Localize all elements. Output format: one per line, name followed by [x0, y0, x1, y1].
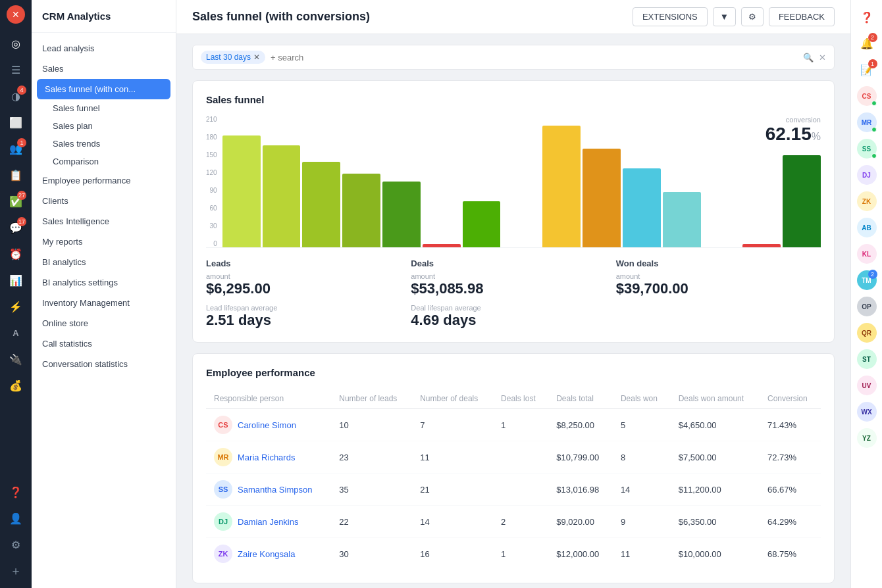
person-name-4[interactable]: Zaire Kongsala	[238, 549, 295, 559]
close-filter-icon[interactable]: ✕	[819, 53, 826, 62]
nav-icon-calendar[interactable]: ⏰	[4, 242, 28, 266]
right-panel-note[interactable]: 📝 1	[855, 58, 879, 82]
right-panel-notification[interactable]: 🔔 2	[855, 32, 879, 55]
nav-icon-add[interactable]: ＋	[4, 559, 28, 583]
person-cell-4: ZK Zaire Kongsala	[206, 538, 331, 570]
nav-icon-feed[interactable]: ◑ 4	[4, 84, 28, 108]
col-leads: Number of leads	[331, 389, 412, 409]
contacts-badge: 1	[17, 138, 26, 147]
feedback-button[interactable]: FEEDBACK	[769, 7, 835, 26]
deals-lifespan-label: Deal lifespan average	[411, 304, 615, 312]
right-avatar-14[interactable]: YZ	[855, 426, 879, 450]
right-panel-help[interactable]: ❓	[855, 5, 879, 29]
funnel-won-section: Won deals amount $39,700.00	[616, 258, 821, 329]
sidebar-item-bi-analytics-settings[interactable]: BI analytics settings	[32, 272, 176, 293]
sidebar-item-my-reports[interactable]: My reports	[32, 232, 176, 252]
nav-icon-help[interactable]: ❓	[4, 480, 28, 504]
right-avatar-12[interactable]: UV	[855, 374, 879, 397]
settings-button[interactable]: ⚙	[741, 7, 764, 26]
sidebar-item-comparison[interactable]: Comparison	[32, 153, 176, 170]
search-input[interactable]	[271, 53, 798, 62]
right-avatar-6[interactable]: AB	[855, 216, 879, 239]
right-avatar-1[interactable]: CS	[855, 84, 879, 108]
sidebar-item-employee-performance[interactable]: Employee performance	[32, 170, 176, 191]
filter-tag-remove[interactable]: ✕	[253, 53, 260, 62]
nav-icon-settings[interactable]: ⚙	[4, 533, 28, 556]
nav-icon-automation[interactable]: ⚡	[4, 295, 28, 318]
right-avatar-4[interactable]: DJ	[855, 163, 879, 187]
nav-icon-integrations[interactable]: 🔌	[4, 347, 28, 371]
funnel-deals-section: Deals amount $53,085.98 Deal lifespan av…	[411, 258, 615, 329]
right-avatar-5[interactable]: ZK	[855, 189, 879, 213]
bar-10	[623, 168, 661, 247]
conversion-label: conversion	[765, 116, 821, 124]
person-cell-1: MR Maria Richards	[206, 441, 331, 474]
leads-2: 35	[331, 474, 412, 506]
conversion-2: 66.67%	[760, 474, 821, 506]
right-avatar-10[interactable]: QR	[855, 321, 879, 345]
sidebar-item-online-store[interactable]: Online store	[32, 313, 176, 333]
chart-bars	[222, 116, 821, 247]
funnel-leads-section: Leads amount $6,295.00 Lead lifespan ave…	[206, 258, 411, 329]
search-icon[interactable]: 🔍	[803, 53, 814, 62]
lost-3: 2	[493, 506, 548, 538]
lost-1	[493, 441, 548, 474]
nav-icon-apps[interactable]: A	[4, 321, 28, 345]
right-avatar-11[interactable]: ST	[855, 347, 879, 371]
filter-bar: Last 30 days ✕ 🔍 ✕	[192, 45, 835, 70]
sidebar-item-conversation-statistics[interactable]: Conversation statistics	[32, 354, 176, 374]
sidebar-item-lead-analysis[interactable]: Lead analysis	[32, 38, 176, 59]
right-avatar-13[interactable]: WX	[855, 400, 879, 424]
person-name-1[interactable]: Maria Richards	[238, 453, 295, 462]
nav-icon-menu[interactable]: ☰	[4, 58, 28, 82]
deals-days: 4.69 days	[411, 312, 615, 329]
won-deals-label: Won deals	[616, 258, 821, 268]
sidebar-item-sales-funnel-conv[interactable]: Sales funnel (with con...	[37, 79, 170, 99]
sidebar-item-bi-analytics[interactable]: BI analytics	[32, 252, 176, 272]
extensions-dropdown-button[interactable]: ▼	[713, 7, 736, 26]
filter-tag-label: Last 30 days	[206, 53, 251, 62]
person-name-2[interactable]: Samantha Simpson	[238, 485, 312, 495]
person-name-0[interactable]: Caroline Simon	[238, 420, 296, 430]
note-badge: 1	[868, 59, 877, 68]
avatar-3: DJ	[214, 512, 232, 531]
right-avatar-2[interactable]: MR	[855, 110, 879, 134]
nav-icon-analytics[interactable]: 📊	[4, 268, 28, 292]
avatar-1: MR	[214, 448, 232, 466]
extensions-button[interactable]: EXTENSIONS	[633, 7, 708, 26]
nav-icon-tasks[interactable]: ⬜	[4, 110, 28, 134]
table-header-row: Responsible person Number of leads Numbe…	[206, 389, 821, 409]
right-avatar-7[interactable]: KL	[855, 242, 879, 266]
sidebar-item-sales[interactable]: Sales	[32, 59, 176, 79]
total-2: $13,016.98	[548, 474, 613, 506]
nav-icon-chat[interactable]: 💬 17	[4, 216, 28, 239]
close-button[interactable]: ✕	[7, 5, 25, 24]
leads-0: 10	[331, 409, 412, 441]
sidebar-item-call-statistics[interactable]: Call statistics	[32, 333, 176, 354]
conversion-badge: conversion 62.15%	[765, 116, 821, 145]
bar-7	[463, 201, 501, 247]
nav-icon-profile[interactable]: 👤	[4, 506, 28, 530]
filter-icons: 🔍 ✕	[803, 53, 826, 62]
nav-icon-home[interactable]: ◎	[4, 32, 28, 55]
sidebar-item-sales-trends[interactable]: Sales trends	[32, 135, 176, 153]
sidebar-item-sales-intelligence[interactable]: Sales Intelligence	[32, 211, 176, 232]
sidebar-item-sales-plan[interactable]: Sales plan	[32, 117, 176, 135]
sidebar-item-clients[interactable]: Clients	[32, 191, 176, 211]
right-avatar-3[interactable]: SS	[855, 137, 879, 160]
nav-icon-contacts[interactable]: 👥 1	[4, 137, 28, 160]
nav-icon-sales[interactable]: 💰	[4, 374, 28, 397]
nav-icon-crm[interactable]: ✅ 27	[4, 189, 28, 213]
deals-3: 14	[412, 506, 493, 538]
lost-0: 1	[493, 409, 548, 441]
y-axis: 210 180 150 120 90 60 30 0	[206, 116, 222, 247]
sidebar-item-sales-funnel[interactable]: Sales funnel	[32, 99, 176, 117]
content-area: Last 30 days ✕ 🔍 ✕ Sales funnel conversi…	[176, 34, 850, 588]
nav-icon-docs[interactable]: 📋	[4, 163, 28, 187]
deals-4: 16	[412, 538, 493, 570]
person-name-3[interactable]: Damian Jenkins	[238, 517, 299, 527]
right-avatar-8[interactable]: TM 2	[855, 268, 879, 292]
sidebar-item-inventory-management[interactable]: Inventory Management	[32, 293, 176, 313]
bar-11	[663, 192, 701, 247]
right-avatar-9[interactable]: OP	[855, 295, 879, 318]
